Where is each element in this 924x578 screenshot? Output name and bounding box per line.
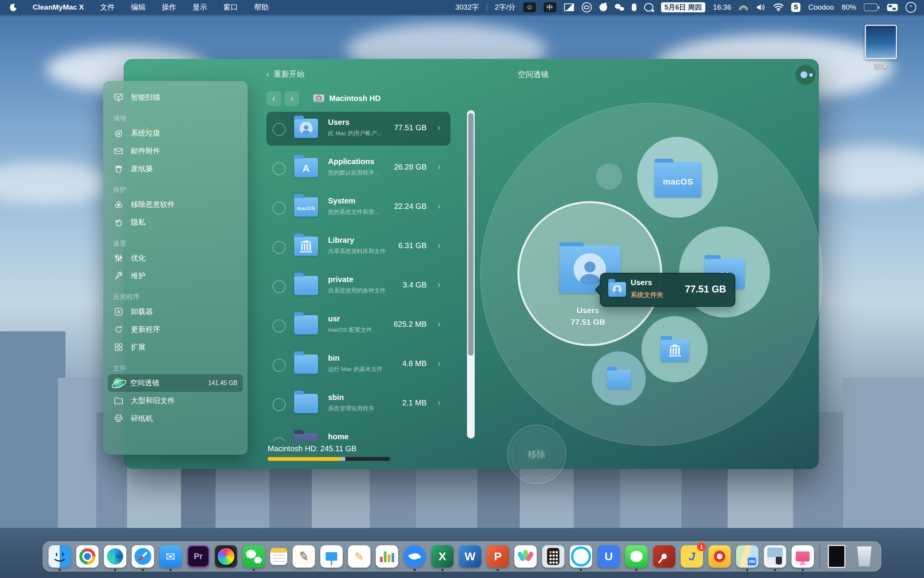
dock-messages-icon[interactable]	[625, 545, 648, 568]
chevron-right-icon[interactable]: ›	[437, 240, 440, 251]
radio-button[interactable]	[273, 437, 286, 441]
sidebar-item-updater[interactable]: 更新程序	[108, 321, 243, 338]
scrollbar-thumb[interactable]	[468, 113, 474, 356]
dock-pin-app-icon[interactable]	[653, 545, 675, 568]
breadcrumb[interactable]: Macintosh HD	[313, 94, 380, 103]
radio-button[interactable]	[273, 359, 286, 372]
dock-finder-icon[interactable]	[49, 545, 71, 568]
dock-image-ink-app-icon[interactable]	[764, 545, 786, 568]
chevron-right-icon[interactable]: ›	[437, 201, 440, 212]
apple-menu-icon[interactable]	[10, 4, 17, 11]
bubble-folder[interactable]	[592, 351, 646, 405]
wechat-status-icon[interactable]	[615, 4, 624, 11]
sidebar-item-space-lens[interactable]: 空间透镜 141.45 GB	[108, 374, 243, 392]
mouse-status-icon[interactable]	[632, 3, 636, 11]
menu-file[interactable]: 文件	[100, 2, 115, 12]
dock-j-app-icon[interactable]: J 1	[681, 545, 703, 568]
dock-safari-icon[interactable]	[132, 545, 154, 568]
list-item-private[interactable]: private 供系统使用的各种文件 3.4 GB ›	[266, 269, 450, 303]
chevron-right-icon[interactable]: ›	[437, 319, 440, 329]
sidebar-item-uninstaller[interactable]: 卸载器	[108, 303, 243, 321]
menu-bar-manager-icon[interactable]: ⌃	[906, 2, 916, 13]
sidebar-item-smart-scan[interactable]: 智能扫描	[108, 89, 243, 106]
menu-help[interactable]: 帮助	[254, 2, 269, 12]
dock-excel-icon[interactable]: X	[431, 545, 454, 568]
dock-blue-bull-icon[interactable]: U	[598, 545, 620, 568]
creative-cloud-icon[interactable]	[582, 2, 592, 12]
list-item-users[interactable]: Users 此 Mac 的用户帐户... 77.51 GB ›	[266, 112, 450, 146]
dock-mail-icon[interactable]: ✉	[159, 545, 182, 568]
dock-maps-icon[interactable]: 280	[736, 545, 758, 568]
list-item-applications[interactable]: A Applications 您的默认应用程序... 26.28 GB ›	[266, 151, 450, 185]
dock-chrome-icon[interactable]	[76, 545, 99, 568]
sidebar-item-system-junk[interactable]: 系统垃圾	[108, 124, 243, 142]
list-item-system[interactable]: macOS System 您的系统文件和资... 22.24 GB ›	[266, 190, 450, 224]
radio-button[interactable]	[273, 123, 286, 136]
dock-weibo-icon[interactable]	[708, 545, 731, 568]
sidebar-item-optimization[interactable]: 优化	[108, 249, 243, 267]
menu-view[interactable]: 显示	[192, 2, 207, 12]
chevron-right-icon[interactable]: ›	[437, 397, 440, 408]
dock-trash-icon[interactable]	[853, 545, 875, 568]
menu-edit[interactable]: 编辑	[131, 2, 146, 12]
list-item-usr[interactable]: usr macOS 配置文件 625.2 MB ›	[266, 308, 450, 342]
nav-back-button[interactable]: ‹	[266, 91, 281, 106]
dock-calculator-icon[interactable]	[542, 545, 564, 568]
word-count-status[interactable]: 3032字	[455, 2, 479, 12]
dock-keynote-icon[interactable]	[320, 545, 343, 568]
control-center-icon[interactable]	[887, 4, 898, 11]
dock-premiere-pro-icon[interactable]: Pr	[187, 545, 209, 568]
menu-date[interactable]: 5月6日 周四	[661, 2, 705, 12]
dock-mindnode-icon[interactable]	[514, 545, 537, 568]
nav-forward-button[interactable]: ›	[285, 91, 299, 106]
dock-powerpoint-icon[interactable]: P	[487, 545, 509, 568]
radio-button[interactable]	[273, 162, 286, 175]
menu-app-name[interactable]: CleanMyMac X	[33, 3, 84, 12]
chevron-right-icon[interactable]: ›	[437, 358, 440, 369]
display-status-icon[interactable]	[564, 3, 574, 11]
menu-window[interactable]: 窗口	[223, 2, 238, 12]
bubble-small-item[interactable]	[596, 163, 622, 190]
sidebar-item-maintenance[interactable]: 维护	[108, 267, 243, 285]
chevron-right-icon[interactable]: ›	[437, 279, 440, 290]
bird-app-status-icon[interactable]	[599, 3, 608, 12]
list-item-sbin[interactable]: sbin 系统管理实用程序 2.1 MB ›	[266, 387, 450, 421]
sidebar-item-malware-removal[interactable]: 移除恶意软件	[108, 196, 243, 213]
dock-final-cut-pro-icon[interactable]	[215, 545, 237, 568]
sidebar-item-trash-bins[interactable]: 废纸篓	[108, 160, 243, 178]
desktop-icon-images[interactable]: 图像	[864, 25, 898, 71]
dock-wechat-icon[interactable]	[243, 545, 265, 568]
dock-cleanmymac-icon[interactable]	[792, 545, 814, 568]
radio-button[interactable]	[273, 202, 286, 215]
sidebar-item-large-old-files[interactable]: 大型和旧文件	[108, 392, 243, 410]
dock-qq-icon[interactable]	[570, 545, 592, 568]
bubble-library[interactable]	[641, 316, 708, 382]
emoji-status-icon[interactable]: ☺	[523, 2, 536, 12]
wifi-icon[interactable]	[773, 3, 783, 11]
input-method-icon[interactable]: 中	[544, 2, 556, 12]
progress-handle[interactable]	[340, 457, 345, 461]
volume-icon[interactable]	[756, 3, 766, 12]
dock-notes-icon[interactable]	[270, 548, 287, 565]
dock-numbers-icon[interactable]	[376, 545, 398, 568]
rainbow-weather-icon[interactable]	[739, 5, 748, 10]
assistant-menu-button[interactable]	[795, 65, 815, 85]
sidebar-item-extensions[interactable]: 扩展	[108, 338, 243, 356]
chevron-right-icon[interactable]: ›	[437, 161, 440, 172]
back-to-start-button[interactable]: ‹ 重新开始	[266, 69, 305, 79]
dock-edge-icon[interactable]	[104, 545, 126, 568]
scrollbar-track[interactable]	[467, 110, 475, 439]
airplay-device-name[interactable]: Coodoo	[808, 3, 834, 12]
dock-word-icon[interactable]: W	[459, 545, 481, 568]
dock-dingtalk-icon[interactable]	[403, 545, 426, 568]
sidebar-item-shredder[interactable]: 碎纸机	[108, 410, 243, 427]
dock-notepad-pen-icon[interactable]: ✎	[293, 545, 315, 568]
radio-button[interactable]	[273, 280, 286, 293]
radio-button[interactable]	[273, 398, 286, 411]
chevron-right-icon[interactable]: ›	[437, 122, 440, 133]
dock-minimized-window[interactable]	[825, 545, 848, 568]
chat-status-icon[interactable]	[644, 3, 653, 12]
list-item-library[interactable]: Library 共享系统资料库和文件 6.31 GB ›	[266, 230, 450, 264]
typing-rate-status[interactable]: 2字/分	[495, 2, 516, 12]
list-item-home[interactable]: home	[266, 426, 450, 441]
